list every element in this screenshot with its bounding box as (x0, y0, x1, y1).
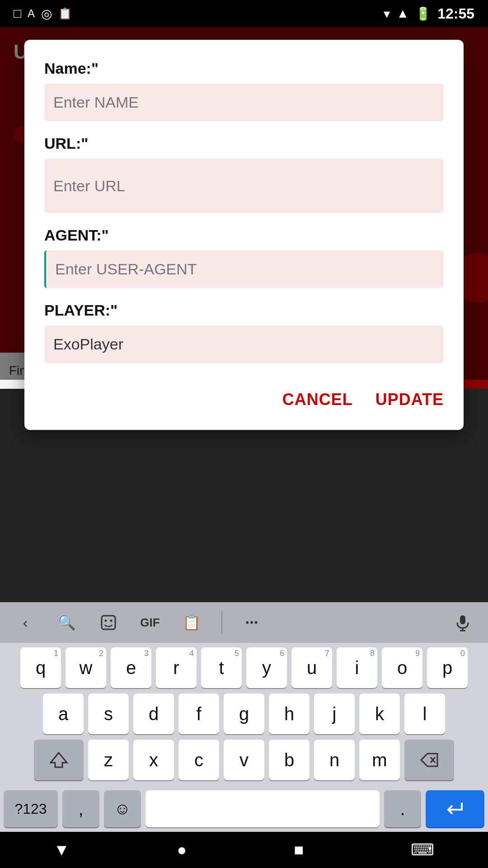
keyboard-row-2: a s d f g h j k l (4, 693, 484, 734)
key-q[interactable]: 1 q (20, 647, 61, 688)
clipboard-icon: 📋 (58, 7, 72, 20)
key-r[interactable]: 4 r (156, 647, 197, 688)
keyboard-row-3: z x c v b n m (4, 740, 484, 780)
key-l[interactable]: l (404, 693, 445, 734)
emoji-key[interactable]: ☺ (104, 790, 141, 827)
update-button[interactable]: UPDATE (375, 386, 444, 414)
keyboard-row-1: 1 q 2 w 3 e 4 r 5 t 6 y (4, 647, 484, 688)
keyboard-search-button[interactable]: 🔍 (51, 606, 83, 639)
period-key[interactable]: . (384, 790, 421, 827)
key-g[interactable]: g (224, 693, 264, 734)
comma-key[interactable]: , (62, 790, 99, 827)
status-bar-right: ▾ ▲ 🔋 12:55 (384, 5, 474, 22)
circle-icon: ◎ (41, 6, 52, 21)
key-u[interactable]: 7 u (291, 647, 332, 688)
keyboard-mic-button[interactable] (446, 606, 479, 639)
a-icon: A (28, 7, 35, 20)
nav-keyboard-button[interactable]: ⌨ (411, 840, 434, 859)
keyboard[interactable]: ‹ 🔍 GIF 📋 ••• 1 q 2 w 3 e (0, 602, 488, 832)
agent-input[interactable] (44, 250, 444, 288)
key-j[interactable]: j (314, 693, 355, 734)
key-v[interactable]: v (224, 740, 264, 780)
keyboard-clipboard-button[interactable]: 📋 (175, 606, 208, 639)
shift-key[interactable] (34, 740, 84, 780)
keyboard-sticker-button[interactable] (92, 606, 125, 639)
name-field-label: Name:" (44, 60, 444, 77)
keyboard-back-button[interactable]: ‹ (9, 606, 42, 639)
nav-back-button[interactable]: ▼ (54, 840, 70, 859)
signal-icon: ▲ (396, 6, 409, 21)
key-s[interactable]: s (88, 693, 129, 734)
spacebar-key[interactable] (145, 790, 380, 827)
agent-field-label: AGENT:" (44, 226, 444, 244)
backspace-key[interactable] (404, 740, 454, 780)
keyboard-more-button[interactable]: ••• (236, 606, 268, 639)
keyboard-gif-button[interactable]: GIF (134, 606, 166, 639)
key-h[interactable]: h (269, 693, 310, 734)
url-input[interactable] (44, 159, 444, 213)
nav-recents-button[interactable]: ■ (294, 840, 304, 859)
key-z[interactable]: z (88, 740, 129, 780)
player-field-label: PLAYER:" (44, 302, 444, 319)
cancel-button[interactable]: CANCEL (282, 386, 353, 414)
key-y[interactable]: 6 y (246, 647, 287, 688)
svg-point-1 (105, 620, 107, 622)
name-input[interactable] (44, 84, 444, 121)
key-a[interactable]: a (43, 693, 84, 734)
white-square-icon: □ (14, 6, 21, 21)
navigation-bar: ▼ ● ■ ⌨ (0, 832, 488, 868)
status-bar: □ A ◎ 📋 ▾ ▲ 🔋 12:55 (0, 0, 488, 27)
num-sym-key[interactable]: ?123 (4, 790, 58, 827)
battery-icon: 🔋 (415, 6, 431, 21)
svg-point-2 (110, 620, 113, 622)
key-t[interactable]: 5 t (201, 647, 242, 688)
keyboard-bottom-row: ?123 , ☺ . (0, 790, 488, 832)
svg-rect-3 (460, 615, 465, 624)
keyboard-toolbar-divider (221, 611, 222, 634)
key-f[interactable]: f (178, 693, 219, 734)
enter-key[interactable] (426, 790, 484, 827)
key-x[interactable]: x (133, 740, 174, 780)
key-p[interactable]: 0 p (427, 647, 468, 688)
wifi-icon: ▾ (384, 6, 390, 21)
dialog-actions: CANCEL UPDATE (44, 386, 444, 414)
key-m[interactable]: m (359, 740, 400, 780)
key-i[interactable]: 8 i (337, 647, 377, 688)
svg-rect-0 (102, 616, 115, 629)
player-input[interactable] (44, 326, 444, 363)
key-c[interactable]: c (178, 740, 219, 780)
key-w[interactable]: 2 w (66, 647, 106, 688)
svg-marker-6 (51, 753, 67, 767)
edit-stream-dialog: Name:" URL:" AGENT:" PLAYER:" CANCEL UPD… (24, 40, 464, 430)
key-e[interactable]: 3 e (111, 647, 151, 688)
nav-home-button[interactable]: ● (177, 840, 187, 859)
clock: 12:55 (437, 5, 474, 22)
status-bar-left: □ A ◎ 📋 (14, 6, 72, 21)
key-k[interactable]: k (359, 693, 400, 734)
keyboard-toolbar: ‹ 🔍 GIF 📋 ••• (0, 602, 488, 643)
url-field-label: URL:" (44, 135, 444, 152)
key-n[interactable]: n (314, 740, 355, 780)
key-b[interactable]: b (269, 740, 310, 780)
keyboard-rows: 1 q 2 w 3 e 4 r 5 t 6 y (0, 643, 488, 790)
key-d[interactable]: d (133, 693, 174, 734)
key-o[interactable]: 9 o (382, 647, 422, 688)
